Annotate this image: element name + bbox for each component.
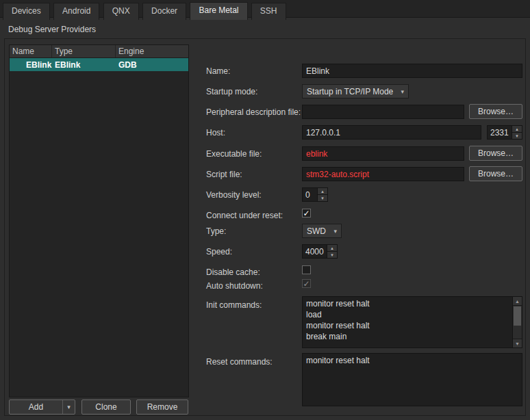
- speed-field[interactable]: [302, 244, 327, 259]
- name-field[interactable]: [302, 64, 522, 78]
- startup-mode-select[interactable]: Startup in TCP/IP Mode ▾: [302, 84, 409, 99]
- verbosity-label: Verbosity level:: [206, 189, 262, 201]
- auto-shutdown-checkbox: [302, 279, 311, 288]
- type-label: Type:: [206, 225, 226, 237]
- chevron-down-icon: ▾: [333, 228, 337, 235]
- startup-mode-label: Startup mode:: [206, 86, 257, 98]
- table-header: Name Type Engine: [10, 45, 188, 58]
- peripheral-browse-button[interactable]: Browse…: [469, 104, 522, 119]
- add-button[interactable]: Add ▾: [9, 399, 75, 415]
- port-field[interactable]: [487, 125, 512, 140]
- reset-commands-textarea[interactable]: monitor reset halt: [302, 353, 522, 406]
- script-file-field[interactable]: [302, 167, 464, 181]
- tab-qnx[interactable]: QNX: [103, 3, 139, 20]
- peripheral-file-label: Peripheral description file:: [206, 106, 301, 118]
- verbosity-field[interactable]: [302, 187, 317, 202]
- browse-button-label: Browse…: [478, 148, 514, 158]
- spin-up-icon[interactable]: ▲: [327, 245, 337, 252]
- init-commands-text: monitor reset halt load monitor reset ha…: [303, 297, 512, 347]
- executable-file-field[interactable]: [302, 146, 464, 161]
- spinner-buttons: ▲ ▼: [512, 125, 522, 140]
- port-spinner[interactable]: ▲ ▼: [487, 125, 522, 140]
- executable-browse-button[interactable]: Browse…: [469, 146, 522, 161]
- spinner-buttons: ▲ ▼: [317, 187, 328, 202]
- speed-spinner[interactable]: ▲ ▼: [302, 244, 338, 259]
- spin-down-icon[interactable]: ▼: [512, 133, 522, 139]
- spinner-buttons: ▲ ▼: [327, 244, 338, 259]
- spin-down-icon[interactable]: ▼: [327, 252, 337, 258]
- tab-bar: Devices Android QNX Docker Bare Metal SS…: [0, 0, 530, 18]
- clone-button[interactable]: Clone: [81, 399, 131, 415]
- table-row[interactable]: EBlink EBlink GDB: [10, 58, 188, 71]
- host-field[interactable]: [302, 125, 481, 140]
- clone-button-label: Clone: [95, 402, 116, 412]
- remove-button[interactable]: Remove: [136, 399, 188, 415]
- browse-button-label: Browse…: [478, 107, 514, 116]
- column-header-type[interactable]: Type: [52, 45, 116, 57]
- executable-file-label: Executable file:: [206, 148, 262, 160]
- chevron-down-icon: ▾: [401, 88, 404, 95]
- name-label: Name:: [206, 65, 230, 77]
- scroll-down-icon[interactable]: ▼: [513, 339, 522, 347]
- reset-commands-label: Reset commands:: [206, 356, 273, 368]
- tab-devices[interactable]: Devices: [3, 3, 50, 20]
- page-title: Debug Server Providers: [8, 25, 96, 34]
- cell-name: EBlink: [10, 60, 52, 70]
- script-browse-button[interactable]: Browse…: [469, 166, 522, 181]
- column-header-engine[interactable]: Engine: [116, 45, 188, 57]
- connect-under-reset-checkbox[interactable]: [302, 209, 311, 218]
- tab-docker[interactable]: Docker: [142, 3, 186, 20]
- script-file-label: Script file:: [206, 168, 242, 181]
- host-label: Host:: [206, 127, 225, 139]
- disable-cache-label: Disable cache:: [206, 266, 260, 278]
- init-commands-label: Init commands:: [206, 299, 262, 311]
- init-commands-textarea[interactable]: monitor reset halt load monitor reset ha…: [302, 296, 522, 348]
- type-value: SWD: [307, 226, 326, 236]
- providers-table: Name Type Engine EBlink EBlink GDB: [9, 44, 189, 397]
- scrollbar-thumb[interactable]: [514, 306, 521, 326]
- peripheral-file-field[interactable]: [302, 105, 464, 119]
- column-header-name[interactable]: Name: [10, 45, 52, 57]
- tab-bare-metal[interactable]: Bare Metal: [190, 2, 247, 20]
- verbosity-spinner[interactable]: ▲ ▼: [302, 187, 328, 202]
- debug-server-providers-panel: Name Type Engine EBlink EBlink GDB Add ▾…: [4, 38, 526, 416]
- scrollbar[interactable]: ▲ ▼: [512, 297, 522, 347]
- auto-shutdown-label: Auto shutdown:: [206, 280, 263, 292]
- tab-ssh[interactable]: SSH: [251, 3, 286, 20]
- remove-button-label: Remove: [147, 402, 178, 412]
- spin-up-icon[interactable]: ▲: [318, 188, 327, 195]
- speed-label: Speed:: [206, 246, 232, 258]
- add-button-label: Add: [10, 402, 62, 412]
- browse-button-label: Browse…: [478, 169, 514, 179]
- chevron-down-icon[interactable]: ▾: [62, 400, 75, 414]
- scroll-up-icon[interactable]: ▲: [513, 297, 522, 306]
- options-window: Devices Android QNX Docker Bare Metal SS…: [0, 0, 530, 420]
- startup-mode-value: Startup in TCP/IP Mode: [307, 87, 393, 96]
- connect-under-reset-label: Connect under reset:: [206, 209, 283, 222]
- disable-cache-checkbox[interactable]: [302, 265, 311, 274]
- cell-engine: GDB: [116, 60, 188, 70]
- spin-down-icon[interactable]: ▼: [318, 195, 327, 201]
- type-select[interactable]: SWD ▾: [302, 224, 342, 238]
- spin-up-icon[interactable]: ▲: [512, 126, 522, 133]
- tab-android[interactable]: Android: [53, 3, 99, 20]
- reset-commands-text: monitor reset halt: [303, 354, 522, 406]
- cell-type: EBlink: [52, 60, 116, 70]
